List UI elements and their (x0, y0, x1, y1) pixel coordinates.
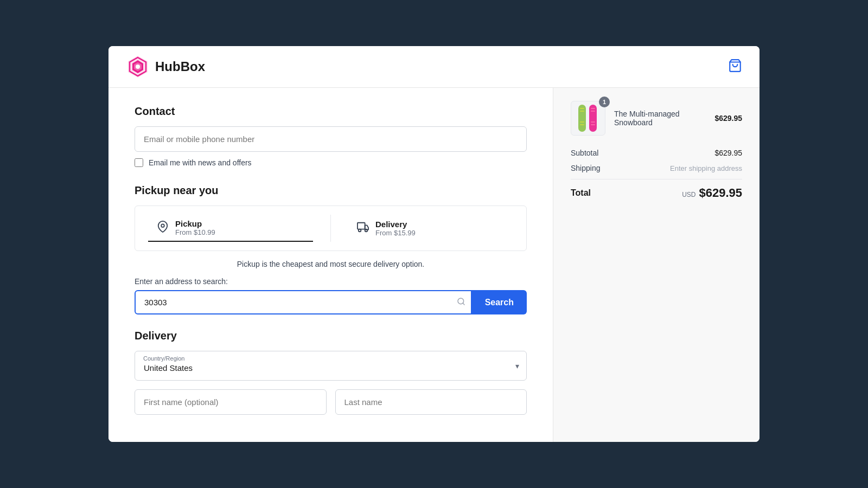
newsletter-checkbox[interactable] (135, 158, 143, 167)
svg-point-9 (365, 229, 368, 232)
shipping-label: Shipping (571, 164, 601, 172)
svg-rect-19 (591, 111, 595, 112)
email-input[interactable] (135, 126, 527, 152)
delivery-truck-icon (357, 221, 369, 236)
cart-icon[interactable] (728, 59, 742, 75)
svg-rect-15 (580, 121, 584, 123)
address-search-input[interactable] (135, 290, 472, 314)
total-amount: $629.95 (699, 186, 742, 200)
product-snowboard-svg (577, 102, 599, 134)
last-name-input[interactable] (335, 389, 527, 415)
svg-rect-7 (358, 222, 365, 229)
svg-rect-16 (580, 124, 584, 125)
pickup-section: Pickup near you Pickup From $10.99 (135, 184, 527, 314)
logo: HubBox (126, 55, 205, 79)
search-button[interactable]: Search (472, 290, 527, 314)
main-content: Contact Email me with news and offers Pi… (108, 88, 760, 442)
shipping-value: Enter shipping address (670, 164, 742, 172)
svg-point-4 (136, 65, 140, 69)
delivery-name: Delivery (375, 220, 416, 229)
svg-rect-14 (580, 111, 584, 112)
product-price: $629.95 (714, 114, 742, 123)
shipping-options: Pickup From $10.99 (135, 206, 527, 251)
svg-rect-20 (591, 121, 595, 123)
pickup-option[interactable]: Pickup From $10.99 (148, 215, 313, 242)
svg-point-6 (161, 224, 164, 227)
product-image (571, 101, 605, 136)
right-panel: 1 The Multi-managed Snowboard $629.95 Su… (553, 88, 760, 442)
total-value-wrapper: USD $629.95 (682, 186, 742, 200)
svg-point-8 (359, 229, 361, 232)
logo-text: HubBox (155, 59, 205, 74)
delivery-price: From $15.99 (375, 229, 416, 237)
search-row: Search (135, 290, 527, 314)
country-select-wrapper: Country/Region United States Canada Unit… (135, 351, 527, 381)
page-container: HubBox Contact Email me with news and of… (108, 46, 760, 442)
pickup-name: Pickup (175, 219, 215, 228)
header: HubBox (108, 46, 760, 88)
product-image-wrapper: 1 (571, 101, 605, 136)
pickup-pin-icon (157, 221, 169, 235)
total-line: Total USD $629.95 (571, 179, 742, 200)
first-name-input[interactable] (135, 389, 327, 415)
total-currency: USD (682, 191, 695, 198)
svg-rect-13 (580, 108, 584, 109)
search-magnifier-icon (457, 297, 465, 308)
svg-rect-21 (591, 124, 595, 125)
subtotal-value: $629.95 (714, 149, 742, 157)
product-row: 1 The Multi-managed Snowboard $629.95 (571, 101, 742, 136)
subtotal-label: Subtotal (571, 149, 598, 157)
newsletter-label: Email me with news and offers (149, 158, 252, 167)
search-label: Enter an address to search: (135, 277, 527, 286)
pickup-info: Pickup From $10.99 (175, 219, 215, 236)
pickup-info-text: Pickup is the cheapest and most secure d… (135, 260, 527, 268)
country-select[interactable]: United States Canada United Kingdom Aust… (135, 351, 527, 381)
hubbox-logo-icon (126, 55, 150, 79)
delivery-title: Delivery (135, 330, 527, 342)
product-badge: 1 (599, 97, 610, 107)
left-panel: Contact Email me with news and offers Pi… (108, 88, 553, 442)
contact-section: Contact Email me with news and offers (135, 105, 527, 167)
pickup-title: Pickup near you (135, 184, 527, 197)
newsletter-row: Email me with news and offers (135, 158, 527, 167)
svg-line-11 (463, 303, 464, 305)
pickup-price: From $10.99 (175, 228, 215, 236)
delivery-info: Delivery From $15.99 (375, 220, 416, 237)
delivery-option[interactable]: Delivery From $15.99 (348, 215, 513, 242)
svg-rect-18 (591, 108, 595, 109)
options-divider (330, 215, 331, 242)
delivery-section: Delivery Country/Region United States Ca… (135, 330, 527, 415)
subtotal-line: Subtotal $629.95 (571, 149, 742, 157)
name-row (135, 389, 527, 415)
contact-title: Contact (135, 105, 527, 118)
search-input-wrapper (135, 290, 472, 314)
product-name: The Multi-managed Snowboard (614, 110, 706, 127)
total-label: Total (571, 188, 591, 198)
shipping-line: Shipping Enter shipping address (571, 164, 742, 172)
